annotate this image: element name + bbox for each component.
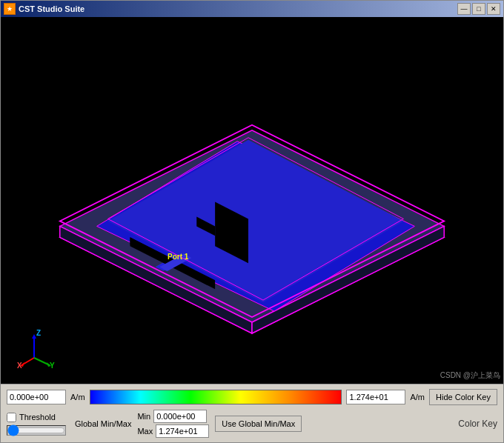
svg-text:Y: Y <box>50 362 55 369</box>
use-global-minmax-button[interactable]: Use Global Min/Max <box>215 416 302 432</box>
title-bar-left: ★ CST Studio Suite <box>4 3 84 15</box>
threshold-slider[interactable] <box>7 425 66 436</box>
global-minmax-label: Global Min/Max <box>75 419 131 428</box>
viewport: Port 1 Z X Y CSDN @沪上菜鸟 <box>1 17 503 384</box>
close-button[interactable]: ✕ <box>487 3 500 15</box>
min-max-fields: Min Max <box>137 410 209 438</box>
color-gradient <box>90 390 342 404</box>
max-input[interactable] <box>156 424 209 438</box>
bottom-panel: 0.000e+00 A/m 1.274e+01 A/m Hide Color K… <box>1 384 503 442</box>
threshold-checkbox-group: Threshold <box>7 413 66 422</box>
main-window: ★ CST Studio Suite — □ ✕ <box>0 0 504 443</box>
port-label: Port 1 <box>168 253 188 261</box>
threshold-section: Threshold <box>7 413 66 436</box>
color-key-label: Color Key <box>458 419 497 429</box>
controls-row: Threshold Global Min/Max Min Max <box>7 410 497 438</box>
max-label: Max <box>137 427 153 436</box>
threshold-checkbox[interactable] <box>7 413 16 422</box>
min-label: Min <box>137 412 150 421</box>
min-value-display: 0.000e+00 <box>7 390 66 404</box>
window-controls: — □ ✕ <box>457 3 500 15</box>
watermark: CSDN @沪上菜鸟 <box>440 370 500 381</box>
hide-color-key-button[interactable]: Hide Color Key <box>429 389 497 405</box>
title-bar: ★ CST Studio Suite — □ ✕ <box>1 1 503 17</box>
window-title: CST Studio Suite <box>19 4 84 13</box>
app-icon: ★ <box>4 3 16 15</box>
svg-text:X: X <box>17 362 22 369</box>
threshold-range-input[interactable] <box>7 426 65 435</box>
axis-indicator: Z X Y <box>16 328 56 369</box>
left-unit: A/m <box>70 393 85 402</box>
color-bar-row: 0.000e+00 A/m 1.274e+01 A/m Hide Color K… <box>7 389 497 405</box>
minimize-button[interactable]: — <box>457 3 471 15</box>
max-row: Max <box>137 424 209 438</box>
min-input[interactable] <box>153 410 207 423</box>
right-unit: A/m <box>410 393 425 402</box>
global-minmax-section: Global Min/Max <box>75 419 131 428</box>
maximize-button[interactable]: □ <box>472 3 485 15</box>
min-row: Min <box>137 410 209 423</box>
svg-text:Z: Z <box>36 329 41 337</box>
max-value-display: 1.274e+01 <box>346 390 405 404</box>
3d-scene <box>1 17 503 384</box>
threshold-label: Threshold <box>19 413 56 422</box>
